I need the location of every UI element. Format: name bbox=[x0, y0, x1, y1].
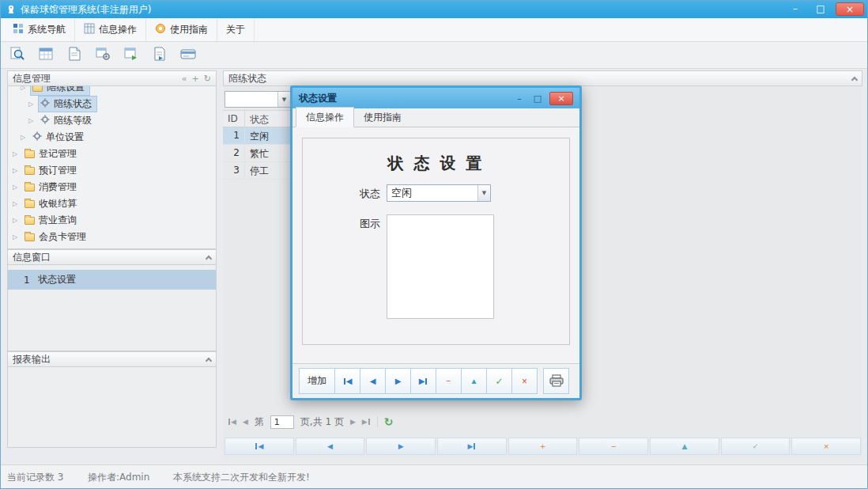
filter-combobox[interactable]: ▼ bbox=[225, 91, 291, 108]
dialog-print-button[interactable] bbox=[543, 368, 569, 394]
page-first-button[interactable]: ◀ bbox=[228, 418, 236, 426]
minimize-button[interactable]: – bbox=[785, 2, 806, 16]
tree-item-yingye-chaxun[interactable]: ▷ 营业查询 bbox=[8, 212, 216, 229]
main-panel-title: 陪练状态 bbox=[228, 72, 852, 85]
expander-icon[interactable]: ▷ bbox=[13, 150, 23, 157]
page-last-button[interactable]: ▶ bbox=[362, 418, 371, 426]
tree-item-shouyin-jiesuan[interactable]: ▷ 收银结算 bbox=[8, 195, 216, 212]
dialog-cancel-button[interactable]: × bbox=[511, 368, 538, 394]
main-toolbar bbox=[1, 42, 867, 69]
chevron-up-icon[interactable] bbox=[206, 357, 212, 363]
dialog-last-button[interactable]: ▶ bbox=[410, 368, 436, 394]
tab-info-ops[interactable]: 信息操作 bbox=[296, 107, 354, 127]
add-node-icon[interactable]: + bbox=[192, 74, 199, 84]
tree-item-huiyuanka-guanli[interactable]: ▷ 会员卡管理 bbox=[8, 229, 216, 245]
report-output-title: 报表输出 bbox=[13, 353, 206, 366]
record-cancel-button[interactable]: × bbox=[791, 438, 861, 455]
refresh-tree-icon[interactable]: ↻ bbox=[204, 74, 211, 84]
info-management-title: 信息管理 bbox=[13, 72, 182, 85]
status-combobox[interactable]: 空闲 ▼ bbox=[387, 184, 491, 202]
column-header-id[interactable]: ID bbox=[223, 111, 245, 127]
expander-icon[interactable]: ▷ bbox=[28, 117, 39, 124]
dialog-confirm-button[interactable]: ✓ bbox=[486, 368, 512, 394]
grid-view-button[interactable] bbox=[36, 45, 56, 66]
refresh-icon[interactable]: ↻ bbox=[384, 415, 394, 428]
app-logo-icon bbox=[6, 4, 17, 15]
record-count-text: 当前记录数 3 bbox=[7, 471, 63, 484]
page-next-button[interactable]: ▶ bbox=[350, 418, 356, 426]
window-title: 保龄球馆管理系统(非注册用户) bbox=[21, 3, 151, 17]
dialog-delete-button[interactable]: − bbox=[436, 368, 462, 394]
maximize-button[interactable]: □ bbox=[810, 2, 831, 16]
settings-button[interactable] bbox=[92, 45, 113, 66]
page-prev-button[interactable]: ◀ bbox=[243, 418, 248, 426]
statusbar: 当前记录数 3 操作者:Admin 本系统支持二次开发和全新开发! bbox=[1, 464, 867, 488]
collapse-sidebar-icon[interactable]: « bbox=[182, 74, 187, 84]
chevron-up-icon[interactable] bbox=[206, 255, 212, 261]
print-card-button[interactable] bbox=[178, 45, 198, 66]
search-button[interactable] bbox=[7, 45, 28, 66]
table-arrow-icon bbox=[123, 46, 139, 64]
record-prev-button[interactable]: ◀ bbox=[296, 438, 365, 455]
form-heading: 状 态 设 置 bbox=[303, 153, 569, 174]
record-add-button[interactable]: + bbox=[508, 438, 578, 455]
expander-icon[interactable]: ▷ bbox=[13, 200, 23, 207]
expander-icon[interactable]: ▷ bbox=[13, 233, 23, 241]
menu-item-system-nav[interactable]: 系统导航 bbox=[4, 18, 75, 41]
guide-clock-icon bbox=[155, 23, 166, 36]
add-button[interactable]: 增加 bbox=[299, 368, 335, 394]
document-icon bbox=[66, 46, 82, 64]
dialog-minimize-button[interactable]: – bbox=[513, 93, 526, 104]
folder-icon bbox=[25, 167, 35, 175]
info-window-list: 1 状态设置 bbox=[7, 265, 217, 351]
tree-item-peilian-zhuangtai[interactable]: ▷ 陪练状态 bbox=[8, 96, 216, 112]
dialog-close-button[interactable]: × bbox=[549, 92, 573, 105]
report-output-body bbox=[7, 367, 217, 448]
tree-item-xiaofei-guanli[interactable]: ▷ 消费管理 bbox=[8, 179, 216, 195]
tree-item-dengji-guanli[interactable]: ▷ 登记管理 bbox=[8, 146, 216, 162]
tab-guide[interactable]: 使用指南 bbox=[354, 108, 411, 127]
dialog-next-button[interactable]: ▶ bbox=[385, 368, 411, 394]
expander-icon[interactable]: ▷ bbox=[21, 134, 31, 141]
record-next-button[interactable]: ▶ bbox=[366, 438, 436, 455]
expander-icon[interactable]: ▷ bbox=[21, 86, 31, 91]
menu-item-info-ops[interactable]: 信息操作 bbox=[75, 18, 146, 41]
record-post-button[interactable]: ✓ bbox=[721, 438, 791, 455]
tree-item-peilian-dengji[interactable]: ▷ 陪练等级 bbox=[8, 112, 216, 129]
expander-icon[interactable]: ▷ bbox=[13, 184, 23, 191]
menu-item-about[interactable]: 关于 bbox=[217, 18, 255, 41]
dialog-edit-button[interactable]: ▲ bbox=[461, 368, 487, 394]
tree-item-yuding-guanli[interactable]: ▷ 预订管理 bbox=[8, 162, 216, 179]
statusbar-message: 本系统支持二次开发和全新开发! bbox=[173, 471, 310, 484]
expander-icon[interactable]: ▷ bbox=[13, 167, 23, 174]
dropdown-arrow-icon[interactable]: ▼ bbox=[277, 92, 290, 107]
export-doc-icon bbox=[152, 46, 168, 64]
menu-item-guide[interactable]: 使用指南 bbox=[146, 18, 217, 41]
status-field-label: 状态 bbox=[303, 187, 380, 201]
main-panel-header[interactable]: 陪练状态 bbox=[223, 70, 862, 86]
record-first-button[interactable]: ◀ bbox=[225, 438, 294, 455]
chevron-up-icon[interactable] bbox=[851, 76, 858, 82]
record-last-button[interactable]: ▶ bbox=[437, 438, 507, 455]
expander-icon[interactable]: ▷ bbox=[28, 100, 39, 108]
record-edit-button[interactable]: ▲ bbox=[650, 438, 719, 455]
report-button[interactable] bbox=[149, 45, 170, 66]
dialog-first-button[interactable]: ◀ bbox=[334, 368, 360, 394]
close-button[interactable]: × bbox=[836, 2, 864, 16]
dropdown-arrow-icon[interactable]: ▼ bbox=[477, 185, 490, 201]
gear-table-icon bbox=[95, 46, 111, 64]
report-output-panel-header[interactable]: 报表输出 bbox=[7, 351, 217, 367]
record-delete-button[interactable]: − bbox=[579, 438, 648, 455]
info-management-panel-header[interactable]: 信息管理 « + ↻ bbox=[7, 70, 217, 86]
expander-icon[interactable]: ▷ bbox=[13, 217, 23, 224]
dialog-prev-button[interactable]: ◀ bbox=[360, 368, 386, 394]
export-table-button[interactable] bbox=[121, 45, 142, 66]
info-window-panel-header[interactable]: 信息窗口 bbox=[7, 249, 217, 265]
info-window-item[interactable]: 1 状态设置 bbox=[8, 270, 216, 290]
folder-icon bbox=[25, 233, 35, 241]
dialog-maximize-button[interactable]: □ bbox=[531, 93, 544, 104]
page-number-input[interactable] bbox=[270, 415, 294, 429]
tree-item-danwei-shezhi[interactable]: ▷ 单位设置 bbox=[8, 129, 216, 146]
new-document-button[interactable] bbox=[64, 45, 85, 66]
tree-item-peilian-shezhi[interactable]: ▷ 陪练设置 bbox=[8, 86, 216, 96]
